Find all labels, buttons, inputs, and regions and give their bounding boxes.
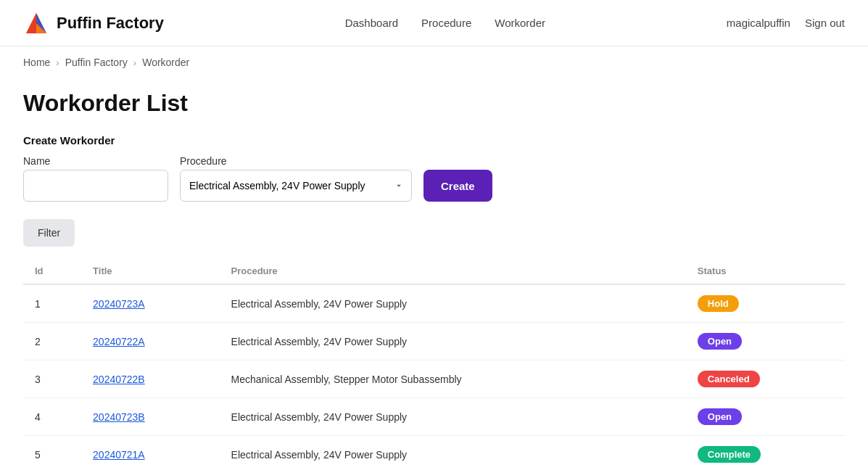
cell-title: 20240722A — [81, 323, 219, 360]
cell-status: Hold — [686, 284, 845, 323]
cell-procedure: Electrical Assembly, 24V Power Supply — [220, 284, 686, 323]
col-header-status: Status — [686, 258, 845, 284]
table-body: 120240723AElectrical Assembly, 24V Power… — [23, 284, 845, 470]
status-badge: Open — [698, 333, 742, 350]
status-badge: Hold — [698, 295, 739, 312]
nav-dashboard[interactable]: Dashboard — [345, 17, 398, 29]
breadcrumb-sep-1: › — [56, 57, 59, 68]
col-header-title: Title — [81, 258, 219, 284]
status-badge: Open — [698, 408, 742, 425]
table-row: 220240722AElectrical Assembly, 24V Power… — [23, 323, 845, 360]
cell-title: 20240723A — [81, 284, 219, 323]
breadcrumb-puffin-factory[interactable]: Puffin Factory — [65, 57, 128, 68]
cell-procedure: Electrical Assembly, 24V Power Supply — [220, 398, 686, 436]
cell-status: Open — [686, 323, 845, 360]
workorder-title-link[interactable]: 20240723B — [93, 411, 145, 423]
navbar: Puffin Factory Dashboard Procedure Worko… — [0, 0, 868, 46]
table-row: 120240723AElectrical Assembly, 24V Power… — [23, 284, 845, 323]
cell-id: 3 — [23, 360, 81, 398]
cell-id: 1 — [23, 284, 81, 323]
nav-procedure[interactable]: Procedure — [421, 17, 471, 29]
create-section-label: Create Workorder — [23, 134, 845, 147]
cell-id: 2 — [23, 323, 81, 360]
procedure-form-group: Procedure Electrical Assembly, 24V Power… — [180, 155, 412, 202]
table-header-row: IdTitleProcedureStatus — [23, 258, 845, 284]
workorder-title-link[interactable]: 20240723A — [93, 298, 145, 310]
cell-title: 20240723B — [81, 398, 219, 436]
workorder-title-link[interactable]: 20240722A — [93, 336, 145, 347]
page-title: Workorder List — [23, 90, 845, 117]
filter-button[interactable]: Filter — [23, 219, 75, 247]
create-button[interactable]: Create — [423, 170, 492, 202]
breadcrumb-sep-2: › — [133, 57, 136, 68]
col-header-id: Id — [23, 258, 81, 284]
status-badge: Canceled — [698, 371, 760, 387]
cell-status: Complete — [686, 436, 845, 471]
cell-id: 5 — [23, 436, 81, 471]
cell-status: Open — [686, 398, 845, 436]
name-form-group: Name — [23, 155, 168, 202]
main-nav: Dashboard Procedure Workorder — [345, 17, 545, 29]
signout-link[interactable]: Sign out — [805, 17, 845, 29]
breadcrumb: Home › Puffin Factory › Workorder — [0, 46, 868, 78]
cell-status: Canceled — [686, 360, 845, 398]
current-user: magicalpuffin — [727, 17, 790, 29]
status-badge: Complete — [698, 446, 761, 463]
breadcrumb-workorder[interactable]: Workorder — [142, 57, 189, 68]
workorder-title-link[interactable]: 20240721A — [93, 449, 145, 461]
cell-procedure: Mechanical Assembly, Stepper Motor Subas… — [220, 360, 686, 398]
table-row: 320240722BMechanical Assembly, Stepper M… — [23, 360, 845, 398]
create-workorder-section: Create Workorder Name Procedure Electric… — [23, 134, 845, 202]
main-content: Workorder List Create Workorder Name Pro… — [0, 78, 868, 470]
cell-title: 20240721A — [81, 436, 219, 471]
procedure-label: Procedure — [180, 155, 412, 167]
workorder-title-link[interactable]: 20240722B — [93, 374, 145, 385]
brand-title: Puffin Factory — [57, 14, 164, 33]
nav-workorder[interactable]: Workorder — [495, 17, 545, 29]
breadcrumb-home[interactable]: Home — [23, 57, 50, 68]
navbar-actions: magicalpuffin Sign out — [727, 17, 845, 29]
brand[interactable]: Puffin Factory — [23, 10, 164, 36]
col-header-procedure: Procedure — [220, 258, 686, 284]
name-label: Name — [23, 155, 168, 167]
procedure-select[interactable]: Electrical Assembly, 24V Power SupplyMec… — [180, 170, 412, 202]
cell-id: 4 — [23, 398, 81, 436]
brand-logo-icon — [23, 10, 49, 36]
create-form: Name Procedure Electrical Assembly, 24V … — [23, 155, 845, 202]
cell-title: 20240722B — [81, 360, 219, 398]
workorder-table: IdTitleProcedureStatus 120240723AElectri… — [23, 258, 845, 470]
svg-marker-1 — [26, 13, 36, 33]
table-row: 420240723BElectrical Assembly, 24V Power… — [23, 398, 845, 436]
cell-procedure: Electrical Assembly, 24V Power Supply — [220, 323, 686, 360]
name-input[interactable] — [23, 170, 168, 202]
cell-procedure: Electrical Assembly, 24V Power Supply — [220, 436, 686, 471]
table-row: 520240721AElectrical Assembly, 24V Power… — [23, 436, 845, 471]
